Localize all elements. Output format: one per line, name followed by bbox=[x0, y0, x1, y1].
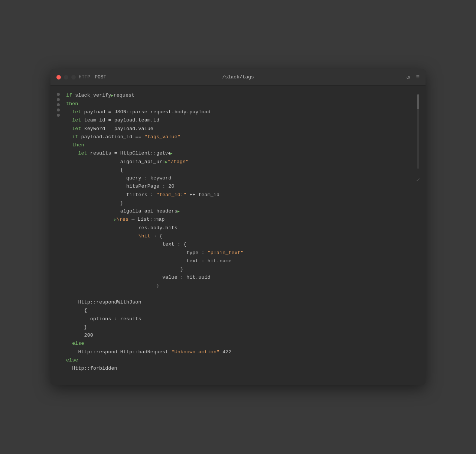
tab-method: HTTP POST bbox=[79, 74, 106, 80]
scrollbar-thumb[interactable] bbox=[417, 94, 419, 109]
menu-icon[interactable]: ≡ bbox=[416, 74, 420, 81]
minimize-button[interactable] bbox=[64, 75, 68, 80]
close-button[interactable] bbox=[56, 75, 61, 80]
tab-icons: ↺ ≡ bbox=[407, 74, 420, 81]
sidebar-dot-2 bbox=[57, 98, 60, 101]
sidebar-dots bbox=[50, 91, 66, 379]
editor-window: HTTP POST /slack/tags ↺ ≡ if slack_verif… bbox=[50, 69, 426, 385]
tab-path: /slack/tags bbox=[222, 74, 254, 80]
method-http-label: HTTP bbox=[79, 74, 90, 80]
refresh-icon[interactable]: ↺ bbox=[407, 74, 410, 81]
sidebar-dot-3 bbox=[57, 103, 60, 106]
right-gutter: ✓ bbox=[411, 91, 426, 379]
tab-bar: HTTP POST /slack/tags ↺ ≡ bbox=[56, 74, 420, 81]
maximize-button[interactable] bbox=[71, 75, 76, 80]
code-editor[interactable]: if slack_verify▶request then let payload… bbox=[66, 91, 411, 379]
check-icon: ✓ bbox=[416, 176, 420, 184]
code-pre: if slack_verify▶request then let payload… bbox=[66, 91, 405, 373]
sidebar-dot-1 bbox=[57, 93, 60, 96]
sidebar-dot-4 bbox=[57, 108, 60, 111]
sidebar-dot-5 bbox=[57, 114, 60, 117]
traffic-lights bbox=[56, 75, 76, 80]
method-post-label: POST bbox=[95, 74, 106, 80]
titlebar: HTTP POST /slack/tags ↺ ≡ bbox=[50, 69, 426, 85]
scrollbar-track[interactable] bbox=[417, 94, 419, 169]
code-area: if slack_verify▶request then let payload… bbox=[50, 85, 426, 385]
